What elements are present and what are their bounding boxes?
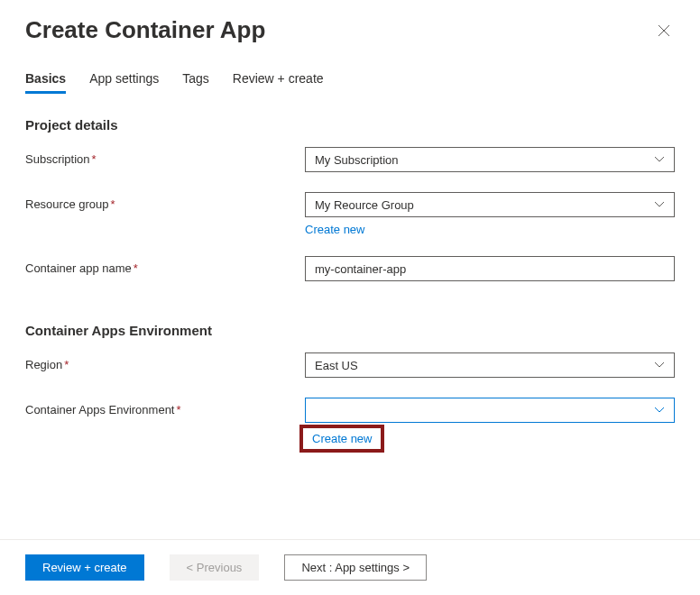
resource-group-label: Resource group* (25, 192, 305, 211)
chevron-down-icon (654, 362, 665, 369)
section-environment: Container Apps Environment (25, 323, 675, 338)
next-button[interactable]: Next : App settings > (284, 554, 427, 581)
subscription-select[interactable]: My Subscription (305, 147, 675, 172)
region-value: East US (315, 359, 358, 372)
subscription-label: Subscription* (25, 147, 305, 166)
previous-button: < Previous (170, 554, 260, 581)
resource-group-value: My Reource Group (315, 198, 414, 212)
environment-select[interactable] (305, 398, 675, 423)
app-name-label: Container app name* (25, 256, 305, 275)
close-icon (658, 24, 670, 37)
resource-group-create-new-link[interactable]: Create new (305, 223, 364, 236)
environment-create-new-link[interactable]: Create new (312, 432, 372, 445)
tab-app-settings[interactable]: App settings (89, 71, 159, 94)
app-name-input[interactable] (305, 256, 675, 281)
resource-group-select[interactable]: My Reource Group (305, 192, 675, 217)
tab-review[interactable]: Review + create (233, 71, 324, 94)
footer: Review + create < Previous Next : App se… (0, 539, 700, 595)
region-select[interactable]: East US (305, 352, 675, 378)
environment-label: Container Apps Environment* (25, 398, 305, 416)
page-title: Create Container App (25, 16, 265, 44)
subscription-value: My Subscription (315, 153, 398, 167)
chevron-down-icon (654, 156, 665, 163)
review-create-button[interactable]: Review + create (25, 554, 144, 581)
chevron-down-icon (654, 201, 665, 208)
chevron-down-icon (654, 407, 665, 414)
tab-basics[interactable]: Basics (25, 71, 66, 94)
tab-tags[interactable]: Tags (182, 71, 209, 94)
section-project-details: Project details (25, 117, 675, 133)
close-button[interactable] (653, 20, 675, 41)
region-label: Region* (25, 352, 305, 371)
environment-create-new-highlight: Create new (299, 425, 384, 453)
tab-bar: Basics App settings Tags Review + create (25, 71, 675, 94)
